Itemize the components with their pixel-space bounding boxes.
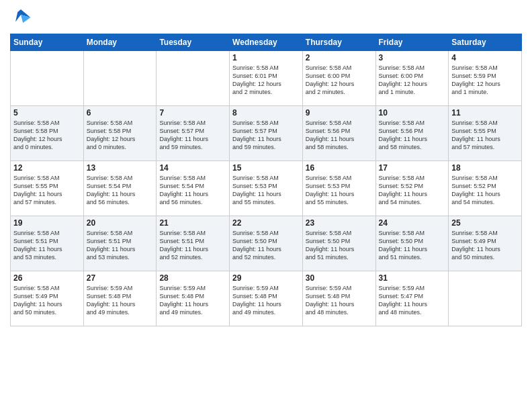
calendar-cell xyxy=(83,51,157,106)
day-info: Sunrise: 5:58 AM Sunset: 5:49 PM Dayligh… xyxy=(13,284,81,317)
day-number: 20 xyxy=(87,218,154,228)
weekday-header-saturday: Saturday xyxy=(449,34,522,51)
day-info: Sunrise: 5:58 AM Sunset: 5:55 PM Dayligh… xyxy=(13,174,81,207)
calendar-cell: 25Sunrise: 5:58 AM Sunset: 5:49 PM Dayli… xyxy=(449,216,522,271)
calendar-cell: 20Sunrise: 5:58 AM Sunset: 5:51 PM Dayli… xyxy=(83,216,157,271)
weekday-header-monday: Monday xyxy=(83,34,157,51)
day-number: 28 xyxy=(159,273,226,283)
calendar-cell: 4Sunrise: 5:58 AM Sunset: 5:59 PM Daylig… xyxy=(449,51,522,106)
weekday-header-sunday: Sunday xyxy=(11,34,84,51)
day-number: 3 xyxy=(379,53,446,62)
weekday-header-wednesday: Wednesday xyxy=(230,34,303,51)
calendar-cell xyxy=(157,51,230,106)
day-info: Sunrise: 5:59 AM Sunset: 5:48 PM Dayligh… xyxy=(232,284,300,317)
logo-icon xyxy=(10,7,32,28)
calendar-cell: 18Sunrise: 5:58 AM Sunset: 5:52 PM Dayli… xyxy=(449,161,522,216)
calendar-cell: 26Sunrise: 5:58 AM Sunset: 5:49 PM Dayli… xyxy=(11,271,84,326)
day-number: 29 xyxy=(232,273,300,283)
day-info: Sunrise: 5:58 AM Sunset: 6:00 PM Dayligh… xyxy=(306,64,373,97)
day-number: 15 xyxy=(232,163,300,173)
day-info: Sunrise: 5:58 AM Sunset: 5:58 PM Dayligh… xyxy=(13,119,81,152)
day-number: 7 xyxy=(159,108,226,118)
day-number: 8 xyxy=(232,108,300,118)
day-info: Sunrise: 5:58 AM Sunset: 6:01 PM Dayligh… xyxy=(232,64,300,97)
day-info: Sunrise: 5:58 AM Sunset: 5:50 PM Dayligh… xyxy=(306,229,373,262)
calendar-cell: 24Sunrise: 5:58 AM Sunset: 5:50 PM Dayli… xyxy=(375,216,449,271)
calendar-cell: 17Sunrise: 5:58 AM Sunset: 5:52 PM Dayli… xyxy=(375,161,449,216)
day-info: Sunrise: 5:58 AM Sunset: 5:49 PM Dayligh… xyxy=(451,229,519,262)
day-info: Sunrise: 5:59 AM Sunset: 5:48 PM Dayligh… xyxy=(87,284,154,317)
day-info: Sunrise: 5:58 AM Sunset: 5:53 PM Dayligh… xyxy=(232,174,300,207)
page: SundayMondayTuesdayWednesdayThursdayFrid… xyxy=(0,0,532,411)
calendar-cell: 28Sunrise: 5:59 AM Sunset: 5:48 PM Dayli… xyxy=(157,271,230,326)
day-info: Sunrise: 5:59 AM Sunset: 5:48 PM Dayligh… xyxy=(306,284,373,317)
day-number: 25 xyxy=(451,218,519,228)
day-number: 26 xyxy=(13,273,81,283)
calendar-cell: 3Sunrise: 5:58 AM Sunset: 6:00 PM Daylig… xyxy=(375,51,449,106)
day-number: 18 xyxy=(451,163,519,173)
calendar-cell: 29Sunrise: 5:59 AM Sunset: 5:48 PM Dayli… xyxy=(230,271,303,326)
calendar-cell: 11Sunrise: 5:58 AM Sunset: 5:55 PM Dayli… xyxy=(449,106,522,161)
calendar-cell: 21Sunrise: 5:58 AM Sunset: 5:51 PM Dayli… xyxy=(157,216,230,271)
day-info: Sunrise: 5:58 AM Sunset: 5:56 PM Dayligh… xyxy=(306,119,373,152)
calendar-cell: 19Sunrise: 5:58 AM Sunset: 5:51 PM Dayli… xyxy=(11,216,84,271)
calendar-table: SundayMondayTuesdayWednesdayThursdayFrid… xyxy=(10,34,522,326)
day-info: Sunrise: 5:58 AM Sunset: 5:57 PM Dayligh… xyxy=(159,119,226,152)
day-number: 23 xyxy=(306,218,373,228)
calendar-cell: 10Sunrise: 5:58 AM Sunset: 5:56 PM Dayli… xyxy=(375,106,449,161)
weekday-header-row: SundayMondayTuesdayWednesdayThursdayFrid… xyxy=(11,34,522,51)
day-number: 4 xyxy=(451,53,519,62)
week-row-5: 26Sunrise: 5:58 AM Sunset: 5:49 PM Dayli… xyxy=(11,271,522,326)
calendar-cell: 7Sunrise: 5:58 AM Sunset: 5:57 PM Daylig… xyxy=(157,106,230,161)
calendar-cell: 15Sunrise: 5:58 AM Sunset: 5:53 PM Dayli… xyxy=(230,161,303,216)
day-info: Sunrise: 5:59 AM Sunset: 5:47 PM Dayligh… xyxy=(379,284,446,317)
calendar-cell: 2Sunrise: 5:58 AM Sunset: 6:00 PM Daylig… xyxy=(302,51,375,106)
calendar-cell: 22Sunrise: 5:58 AM Sunset: 5:50 PM Dayli… xyxy=(230,216,303,271)
calendar-cell: 31Sunrise: 5:59 AM Sunset: 5:47 PM Dayli… xyxy=(375,271,449,326)
weekday-header-thursday: Thursday xyxy=(302,34,375,51)
week-row-2: 5Sunrise: 5:58 AM Sunset: 5:58 PM Daylig… xyxy=(11,106,522,161)
calendar-cell: 13Sunrise: 5:58 AM Sunset: 5:54 PM Dayli… xyxy=(83,161,157,216)
day-info: Sunrise: 5:58 AM Sunset: 5:52 PM Dayligh… xyxy=(379,174,446,207)
day-number: 22 xyxy=(232,218,300,228)
day-info: Sunrise: 5:58 AM Sunset: 5:56 PM Dayligh… xyxy=(379,119,446,152)
day-info: Sunrise: 5:58 AM Sunset: 5:55 PM Dayligh… xyxy=(451,119,519,152)
day-number: 2 xyxy=(306,53,373,62)
day-info: Sunrise: 5:58 AM Sunset: 5:50 PM Dayligh… xyxy=(232,229,300,262)
day-number: 17 xyxy=(379,163,446,173)
day-number: 12 xyxy=(13,163,81,173)
day-number: 21 xyxy=(159,218,226,228)
day-number: 16 xyxy=(306,163,373,173)
calendar-cell xyxy=(11,51,84,106)
day-number: 10 xyxy=(379,108,446,118)
day-number: 9 xyxy=(306,108,373,118)
day-number: 5 xyxy=(13,108,81,118)
day-info: Sunrise: 5:59 AM Sunset: 5:48 PM Dayligh… xyxy=(159,284,226,317)
day-number: 13 xyxy=(87,163,154,173)
day-info: Sunrise: 5:58 AM Sunset: 5:51 PM Dayligh… xyxy=(13,229,81,262)
calendar-cell: 23Sunrise: 5:58 AM Sunset: 5:50 PM Dayli… xyxy=(302,216,375,271)
calendar-cell: 9Sunrise: 5:58 AM Sunset: 5:56 PM Daylig… xyxy=(302,106,375,161)
weekday-header-tuesday: Tuesday xyxy=(157,34,230,51)
day-info: Sunrise: 5:58 AM Sunset: 5:54 PM Dayligh… xyxy=(159,174,226,207)
day-info: Sunrise: 5:58 AM Sunset: 5:59 PM Dayligh… xyxy=(451,64,519,97)
day-number: 11 xyxy=(451,108,519,118)
week-row-4: 19Sunrise: 5:58 AM Sunset: 5:51 PM Dayli… xyxy=(11,216,522,271)
day-number: 14 xyxy=(159,163,226,173)
day-info: Sunrise: 5:58 AM Sunset: 6:00 PM Dayligh… xyxy=(379,64,446,97)
calendar-cell xyxy=(449,271,522,326)
day-number: 27 xyxy=(87,273,154,283)
day-info: Sunrise: 5:58 AM Sunset: 5:58 PM Dayligh… xyxy=(87,119,154,152)
logo xyxy=(10,7,34,28)
calendar-cell: 30Sunrise: 5:59 AM Sunset: 5:48 PM Dayli… xyxy=(302,271,375,326)
weekday-header-friday: Friday xyxy=(375,34,449,51)
day-info: Sunrise: 5:58 AM Sunset: 5:52 PM Dayligh… xyxy=(451,174,519,207)
calendar-cell: 12Sunrise: 5:58 AM Sunset: 5:55 PM Dayli… xyxy=(11,161,84,216)
day-number: 19 xyxy=(13,218,81,228)
week-row-3: 12Sunrise: 5:58 AM Sunset: 5:55 PM Dayli… xyxy=(11,161,522,216)
header xyxy=(10,7,522,28)
day-info: Sunrise: 5:58 AM Sunset: 5:51 PM Dayligh… xyxy=(87,229,154,262)
calendar-cell: 1Sunrise: 5:58 AM Sunset: 6:01 PM Daylig… xyxy=(230,51,303,106)
day-info: Sunrise: 5:58 AM Sunset: 5:53 PM Dayligh… xyxy=(306,174,373,207)
calendar-cell: 27Sunrise: 5:59 AM Sunset: 5:48 PM Dayli… xyxy=(83,271,157,326)
